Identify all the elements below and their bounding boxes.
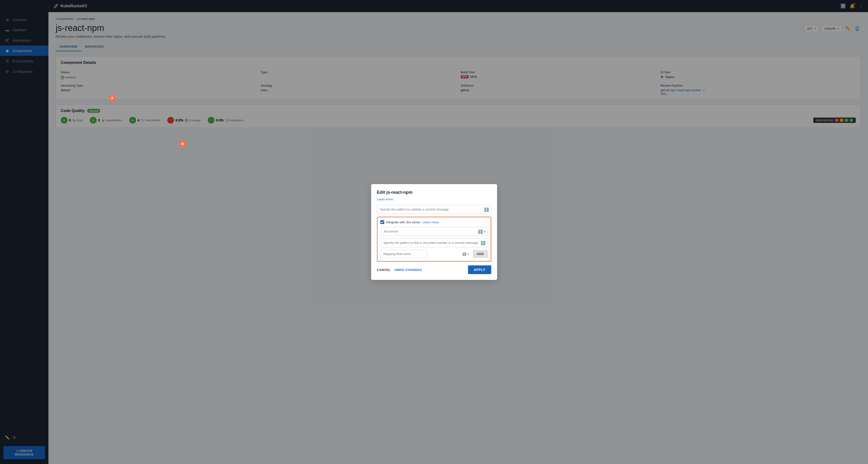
jira-ticket-field: ℹ️ <box>380 238 488 247</box>
jira-server-field: ℹ️ ▾ <box>380 227 488 236</box>
mapping-icons: ℹ️ ▾ <box>462 252 469 256</box>
mapping-field-input[interactable] <box>380 250 427 258</box>
modal-learn-more-link[interactable]: Learn more. <box>377 197 394 201</box>
jira-section: Integrate with Jira server Learn more. ℹ… <box>377 217 491 262</box>
modal-actions: CANCEL UNDO CHANGES APPLY <box>377 265 491 274</box>
jira-checkbox-label: Integrate with Jira server <box>386 221 421 224</box>
tour-badge-b[interactable]: B <box>179 140 186 147</box>
apply-button[interactable]: APPLY <box>468 265 491 274</box>
jira-server-input[interactable] <box>380 227 488 236</box>
edit-modal: Edit js-react-npm Learn more. ℹ️ Integra… <box>371 184 497 280</box>
tour-badge-a[interactable]: A <box>109 94 116 101</box>
undo-changes-button[interactable]: UNDO CHANGES <box>395 268 422 272</box>
cancel-button[interactable]: CANCEL <box>377 268 391 272</box>
commit-pattern-field: ℹ️ <box>377 205 491 214</box>
modal-overlay[interactable]: A Edit js-react-npm Learn more. ℹ️ Integ… <box>0 0 868 464</box>
mapping-row: ℹ️ ▾ ADD <box>380 250 488 258</box>
add-mapping-button[interactable]: ADD <box>473 250 488 258</box>
mapping-field-wrapper: ℹ️ ▾ <box>380 250 471 258</box>
jira-ticket-input[interactable] <box>380 238 488 247</box>
modal-title: Edit js-react-npm <box>377 190 491 195</box>
jira-checkbox-row: Integrate with Jira server Learn more. <box>380 220 488 224</box>
jira-checkbox[interactable] <box>380 220 384 224</box>
commit-pattern-input[interactable] <box>377 205 491 214</box>
jira-learn-more-link[interactable]: Learn more. <box>423 221 439 224</box>
